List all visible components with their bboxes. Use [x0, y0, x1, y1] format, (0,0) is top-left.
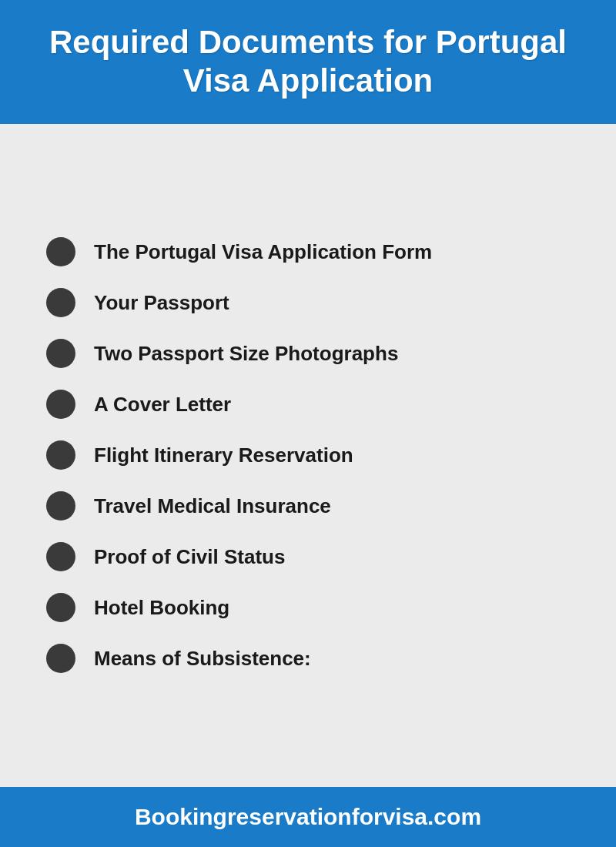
footer-url: Bookingreservationforvisa.com [135, 804, 481, 829]
bullet-icon [46, 390, 75, 419]
document-list: The Portugal Visa Application FormYour P… [46, 237, 570, 673]
bullet-icon [46, 237, 75, 266]
page-title: Required Documents for Portugal Visa App… [31, 23, 585, 101]
bullet-icon [46, 288, 75, 317]
document-label: Travel Medical Insurance [94, 494, 331, 518]
bullet-icon [46, 339, 75, 368]
document-label: Flight Itinerary Reservation [94, 444, 353, 467]
bullet-icon [46, 644, 75, 673]
document-label: Two Passport Size Photographs [94, 342, 398, 366]
document-label: Means of Subsistence: [94, 647, 311, 671]
bullet-icon [46, 440, 75, 470]
list-item: The Portugal Visa Application Form [46, 237, 570, 266]
list-item: Two Passport Size Photographs [46, 339, 570, 368]
document-label: Your Passport [94, 291, 229, 315]
document-label: Hotel Booking [94, 596, 229, 620]
page-header: Required Documents for Portugal Visa App… [0, 0, 616, 124]
list-item: Proof of Civil Status [46, 542, 570, 571]
list-item: Flight Itinerary Reservation [46, 440, 570, 470]
bullet-icon [46, 593, 75, 622]
list-item: Your Passport [46, 288, 570, 317]
bullet-icon [46, 542, 75, 571]
list-item: Hotel Booking [46, 593, 570, 622]
bullet-icon [46, 491, 75, 521]
document-label: A Cover Letter [94, 393, 231, 417]
document-label: The Portugal Visa Application Form [94, 240, 432, 264]
main-content: The Portugal Visa Application FormYour P… [0, 124, 616, 787]
page-footer: Bookingreservationforvisa.com [0, 787, 616, 847]
list-item: Means of Subsistence: [46, 644, 570, 673]
list-item: A Cover Letter [46, 390, 570, 419]
list-item: Travel Medical Insurance [46, 491, 570, 521]
document-label: Proof of Civil Status [94, 545, 285, 569]
